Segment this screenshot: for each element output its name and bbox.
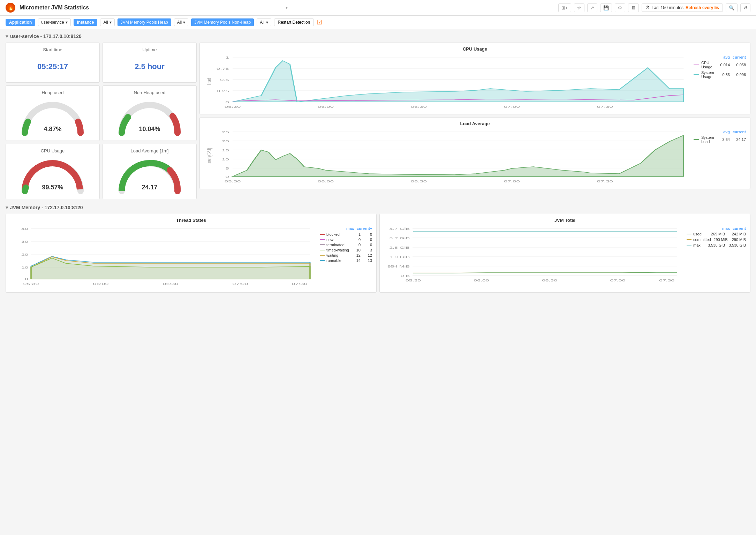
timedwaiting-current: 3 [362, 248, 372, 252]
header-toolbar: ⊞+ ☆ ↗ 💾 ⚙ 🖥 ⏱ Last 150 minutes Refresh … [558, 3, 750, 12]
application-filter-select[interactable]: user-service ▾ [38, 18, 70, 26]
svg-text:0.25: 0.25 [217, 89, 229, 93]
current-header-thread: current▾ [357, 226, 372, 231]
chevron-down-icon: ▾ [66, 20, 68, 25]
userservice-section: ▾ user-service - 172.17.0.10:8120 Start … [6, 33, 750, 199]
svg-text:07:00: 07:00 [504, 180, 520, 183]
instance-filter-select[interactable]: All ▾ [100, 18, 114, 26]
heap-used-gauge: 4.87% [10, 98, 95, 136]
blocked-current: 0 [362, 232, 372, 236]
filter-toolbar: Application user-service ▾ Instance All … [0, 16, 756, 29]
svg-text:0: 0 [226, 175, 229, 179]
heap-value-select[interactable]: All ▾ [174, 18, 188, 26]
section-collapse-icon[interactable]: ▾ [6, 33, 8, 39]
current-header-jvm: current [733, 226, 746, 231]
svg-text:05:30: 05:30 [23, 282, 39, 286]
svg-text:30: 30 [21, 240, 28, 243]
system-legend-avg: 0.33 [718, 73, 730, 77]
svg-text:07:30: 07:30 [597, 180, 613, 183]
svg-marker-14 [233, 61, 683, 102]
star-button[interactable]: ☆ [574, 3, 584, 12]
svg-text:06:00: 06:00 [318, 105, 334, 108]
runnable-current: 13 [362, 258, 372, 263]
share-button[interactable]: ↗ [587, 3, 597, 12]
time-range-picker[interactable]: ⏱ Last 150 minutes Refresh every 5s [642, 3, 723, 12]
new-max: 0 [353, 238, 361, 242]
svg-text:20: 20 [222, 140, 229, 143]
application-filter-label: Application [6, 19, 35, 26]
save-button[interactable]: 💾 [600, 3, 612, 12]
waiting-label: waiting [326, 253, 351, 257]
svg-text:10: 10 [21, 266, 28, 269]
used-jvm-max: 269 MiB [708, 232, 725, 236]
timedwaiting-max: 10 [353, 248, 361, 252]
settings-button[interactable]: ⚙ [615, 3, 625, 12]
page-title: Micrometer JVM Statistics [20, 5, 281, 11]
svg-text:0.75: 0.75 [217, 67, 229, 70]
uptime-label: Uptime [107, 47, 192, 52]
refresh-button[interactable]: ↺ [740, 3, 750, 12]
add-panel-button[interactable]: ⊞+ [558, 3, 571, 12]
load-avg-chart-title: Load Average [204, 121, 746, 126]
refresh-link[interactable]: Refresh every 5s [686, 5, 719, 10]
start-time-value: 05:25:17 [10, 55, 95, 78]
svg-text:10.04%: 10.04% [139, 126, 160, 133]
timedwaiting-label: timed-waiting [326, 248, 351, 252]
terminated-label: terminated [326, 243, 351, 247]
svg-text:05:30: 05:30 [225, 105, 241, 108]
userservice-section-title: user-service - 172.17.0.10:8120 [10, 33, 82, 39]
committed-jvm-current: 290 MiB [729, 238, 746, 242]
used-jvm-label: used [693, 232, 706, 236]
svg-text:Load (CPU): Load (CPU) [205, 148, 212, 164]
tv-button[interactable]: 🖥 [628, 3, 639, 12]
svg-text:4.87%: 4.87% [44, 126, 61, 133]
jvm-section-title: JVM Memory - 172.17.0.10:8120 [10, 205, 83, 210]
start-time-card: Start time 05:25:17 [6, 43, 100, 83]
svg-text:06:30: 06:30 [162, 282, 178, 286]
heap-filter-select[interactable]: JVM Memory Pools Heap [118, 18, 171, 26]
system-legend-current: 0.996 [732, 73, 746, 77]
nonheap-filter-select[interactable]: JVM Memory Pools Non-Heap [191, 18, 254, 26]
load-avg-label: Load Average [1m] [107, 148, 192, 153]
svg-text:99.57%: 99.57% [42, 184, 63, 191]
nonheap-value-select[interactable]: All ▾ [257, 18, 271, 26]
svg-text:20: 20 [21, 253, 28, 256]
thread-states-chart-card: Thread States 40 30 [6, 214, 377, 293]
new-label: new [326, 238, 351, 242]
uptime-value: 2.5 hour [107, 55, 192, 78]
svg-text:06:30: 06:30 [411, 105, 427, 108]
svg-text:5: 5 [226, 167, 229, 170]
max-header-thread: max [346, 226, 354, 231]
svg-text:Load: Load [205, 78, 212, 85]
search-button[interactable]: 🔍 [726, 3, 738, 12]
restart-checkbox-icon[interactable]: ☑ [317, 18, 322, 26]
used-jvm-current: 242 MiB [727, 232, 746, 236]
svg-text:06:00: 06:00 [93, 282, 108, 286]
svg-marker-33 [233, 135, 683, 176]
sysload-legend-avg: 3.64 [718, 137, 730, 142]
max-jvm-current: 3.538 GiB [727, 243, 746, 247]
blocked-label: blocked [326, 232, 351, 236]
svg-text:06:30: 06:30 [542, 279, 557, 282]
nonheap-used-gauge: 10.04% [107, 98, 192, 136]
avg-header: avg [723, 55, 730, 59]
svg-text:06:00: 06:00 [474, 279, 489, 282]
instance-filter-label: Instance [74, 19, 98, 26]
main-content: ▾ user-service - 172.17.0.10:8120 Start … [0, 29, 756, 302]
clock-icon: ⏱ [645, 5, 650, 10]
restart-detection-button[interactable]: Restart Detection [274, 18, 314, 26]
heap-used-card: Heap used 4.87% [6, 85, 100, 141]
waiting-max: 12 [353, 253, 361, 257]
svg-text:0 B: 0 B [401, 274, 410, 278]
jvm-memory-section: ▾ JVM Memory - 172.17.0.10:8120 Thread S… [6, 205, 750, 293]
cpu-legend-current: 0.058 [732, 63, 746, 67]
svg-text:07:30: 07:30 [292, 282, 307, 286]
cpu-usage-label: CPU Usage [10, 148, 95, 153]
header: 🔥 Micrometer JVM Statistics ▾ ⊞+ ☆ ↗ 💾 ⚙… [0, 0, 756, 16]
svg-text:25: 25 [222, 130, 229, 134]
svg-text:10: 10 [222, 158, 229, 161]
chevron-down-icon: ▾ [286, 5, 288, 10]
terminated-max: 0 [353, 243, 361, 247]
jvm-section-collapse-icon[interactable]: ▾ [6, 205, 8, 210]
start-time-label: Start time [10, 47, 95, 52]
